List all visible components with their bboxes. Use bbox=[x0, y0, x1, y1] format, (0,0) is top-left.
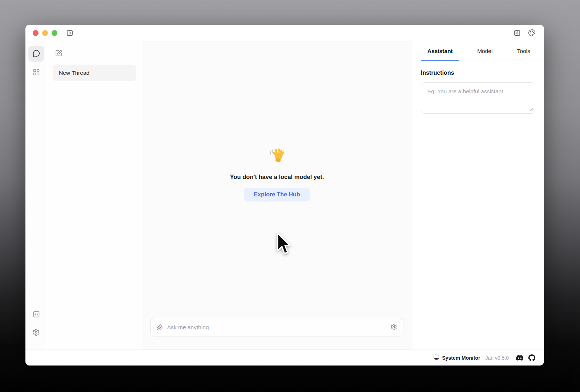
statusbar: System Monitor Jan v0.5.0 bbox=[25, 350, 544, 366]
instructions-label: Instructions bbox=[421, 70, 535, 76]
thread-title: New Thread bbox=[59, 70, 89, 76]
empty-state-message: You don't have a local model yet. bbox=[142, 173, 412, 180]
right-panel: Assistant Model Tools Instructions bbox=[412, 41, 544, 350]
message-composer[interactable] bbox=[150, 318, 403, 336]
paperclip-icon[interactable] bbox=[157, 324, 163, 331]
github-icon[interactable] bbox=[528, 354, 535, 361]
discord-icon[interactable] bbox=[516, 354, 523, 362]
instructions-textarea[interactable] bbox=[421, 82, 535, 114]
gear-icon bbox=[32, 328, 40, 337]
grid-icon bbox=[33, 69, 40, 77]
system-monitor-label: System Monitor bbox=[442, 355, 480, 361]
zoom-window-button[interactable] bbox=[52, 30, 57, 36]
monitor-icon bbox=[434, 354, 439, 361]
traffic-lights bbox=[33, 30, 57, 36]
panel-toggle-right-icon[interactable] bbox=[513, 29, 521, 37]
chat-bubble-icon bbox=[32, 49, 40, 58]
wave-emoji bbox=[268, 147, 286, 166]
close-window-button[interactable] bbox=[33, 30, 39, 36]
app-version: Jan v0.5.0 bbox=[485, 355, 509, 361]
tab-assistant[interactable]: Assistant bbox=[421, 41, 459, 61]
left-rail bbox=[25, 41, 47, 350]
new-thread-button[interactable] bbox=[55, 49, 63, 58]
message-input[interactable] bbox=[167, 324, 390, 331]
nav-threads-button[interactable] bbox=[28, 46, 44, 62]
new-thread-pencil-icon bbox=[55, 49, 63, 58]
explore-hub-button[interactable]: Explore The Hub bbox=[244, 188, 310, 201]
palette-icon[interactable] bbox=[528, 29, 536, 37]
window-content: New Thread bbox=[25, 41, 544, 350]
system-monitor-toggle[interactable]: System Monitor bbox=[434, 354, 480, 361]
nav-settings-button[interactable] bbox=[29, 326, 44, 340]
empty-state: You don't have a local model yet. Explor… bbox=[142, 147, 412, 201]
composer-settings-icon[interactable] bbox=[390, 324, 397, 331]
tab-model[interactable]: Model bbox=[471, 41, 499, 61]
nav-local-api-server-button[interactable] bbox=[29, 307, 44, 322]
cursor-pointer bbox=[275, 232, 292, 258]
code-square-icon bbox=[33, 311, 40, 319]
minimize-window-button[interactable] bbox=[42, 30, 48, 36]
main-chat-area: You don't have a local model yet. Explor… bbox=[142, 41, 412, 350]
thread-sidebar: New Thread bbox=[47, 41, 142, 350]
titlebar bbox=[25, 25, 544, 41]
thread-list-item[interactable]: New Thread bbox=[53, 65, 136, 81]
tab-tools[interactable]: Tools bbox=[511, 41, 537, 61]
sidebar-toggle-icon[interactable] bbox=[66, 29, 73, 37]
nav-hub-button[interactable] bbox=[29, 65, 44, 80]
right-panel-tabs: Assistant Model Tools bbox=[412, 41, 544, 61]
app-window: New Thread bbox=[25, 25, 544, 366]
